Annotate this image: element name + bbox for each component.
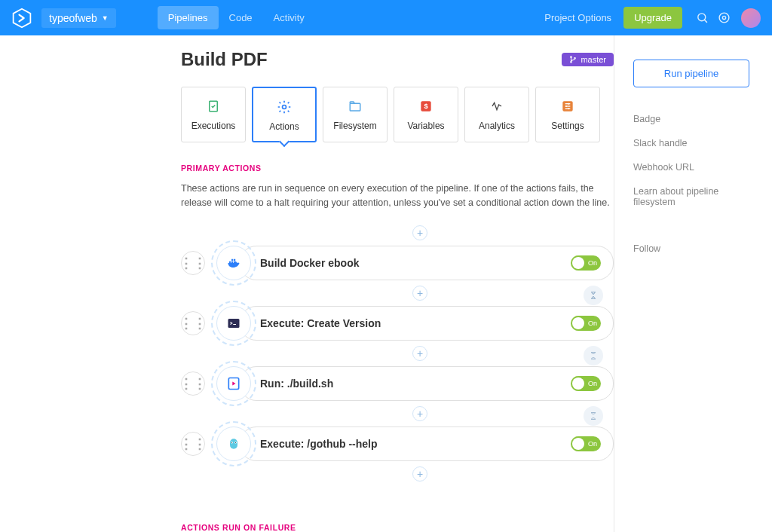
play-file-icon (216, 366, 251, 401)
tab-executions[interactable]: Executions (181, 87, 246, 142)
svg-point-5 (571, 57, 572, 58)
tab-actions[interactable]: Actions (252, 87, 317, 142)
dollar-icon: $ (402, 98, 450, 115)
primary-heading: PRIMARY ACTIONS (181, 164, 614, 173)
sidebar-link-filesystem[interactable]: Learn about pipeline filesystem (633, 186, 749, 207)
drag-handle[interactable]: ⋮⋮ (181, 432, 205, 456)
svg-rect-22 (230, 439, 237, 448)
action-row: ⋮⋮ Execute: /gothub --help On (181, 421, 614, 466)
tab-variables[interactable]: $ Variables (394, 87, 458, 142)
action-name: Execute: Create Version (260, 317, 381, 329)
svg-point-3 (719, 13, 729, 23)
branch-badge[interactable]: master (562, 53, 614, 66)
svg-text:$: $ (424, 102, 428, 110)
sidebar-link-slack[interactable]: Slack handle (633, 138, 749, 148)
pulse-icon (473, 98, 521, 115)
svg-point-1 (698, 14, 706, 21)
primary-desc: These actions are run in sequence on eve… (181, 182, 614, 210)
add-action-button[interactable]: + (412, 225, 427, 240)
sidebar-link-badge[interactable]: Badge (633, 114, 749, 124)
action-name: Run: ./build.sh (260, 378, 333, 390)
terminal-icon (216, 306, 251, 341)
drag-handle[interactable]: ⋮⋮ (181, 251, 205, 275)
pipeline-tabs: Executions Actions Filesystem $ Variable… (181, 87, 614, 142)
sidebar-link-follow[interactable]: Follow (633, 243, 749, 254)
action-item[interactable]: Execute: /gothub --help On (240, 427, 614, 461)
svg-point-19 (568, 108, 569, 109)
svg-point-9 (283, 105, 286, 109)
svg-point-6 (571, 62, 572, 63)
gear-icon (261, 99, 308, 115)
action-row: ⋮⋮ Build Docker ebook On (181, 240, 614, 286)
action-toggle[interactable]: On (571, 436, 601, 451)
right-sidebar: Run pipeline Badge Slack handle Webhook … (614, 35, 772, 532)
add-action-button[interactable]: + (412, 466, 427, 482)
action-toggle[interactable]: On (571, 316, 601, 331)
svg-point-26 (235, 442, 236, 442)
action-item[interactable]: Run: ./build.sh On (240, 366, 614, 401)
failure-heading: ACTIONS RUN ON FAILURE (181, 523, 614, 532)
action-item[interactable]: Build Docker ebook On (240, 246, 614, 280)
branch-name: master (581, 55, 606, 64)
drag-handle[interactable]: ⋮⋮ (181, 371, 205, 396)
sliders-icon (544, 98, 592, 115)
user-avatar[interactable] (741, 8, 761, 28)
upgrade-button[interactable]: Upgrade (623, 7, 682, 29)
page-title: Build PDF (181, 49, 268, 70)
tab-activity[interactable]: Activity (263, 6, 315, 29)
svg-point-7 (574, 58, 576, 60)
search-icon[interactable] (696, 11, 709, 24)
add-action-button[interactable]: + (412, 286, 427, 301)
svg-point-4 (722, 16, 725, 19)
drag-handle[interactable]: ⋮⋮ (181, 311, 205, 335)
tab-analytics[interactable]: Analytics (464, 87, 529, 142)
help-icon[interactable] (718, 11, 731, 24)
action-toggle[interactable]: On (571, 376, 601, 391)
svg-rect-20 (228, 319, 240, 328)
project-options-link[interactable]: Project Options (544, 12, 611, 23)
action-item[interactable]: Execute: Create Version On (240, 306, 614, 341)
nav-tabs: Pipelines Code Activity (158, 6, 315, 29)
chevron-down-icon: ▼ (102, 14, 109, 22)
svg-point-25 (231, 442, 232, 442)
action-row: ⋮⋮ Execute: Create Version On (181, 301, 614, 346)
gopher-icon (216, 427, 251, 461)
svg-rect-10 (350, 103, 360, 111)
svg-marker-0 (14, 8, 31, 27)
svg-line-2 (704, 20, 707, 23)
run-pipeline-button[interactable]: Run pipeline (633, 60, 749, 87)
svg-point-18 (565, 105, 567, 107)
action-name: Build Docker ebook (260, 257, 359, 269)
svg-point-17 (568, 103, 569, 105)
app-logo[interactable] (11, 8, 32, 29)
action-toggle[interactable]: On (571, 255, 601, 271)
action-name: Execute: /gothub --help (260, 438, 378, 450)
sidebar-link-webhook[interactable]: Webhook URL (633, 162, 749, 173)
tab-settings[interactable]: Settings (535, 87, 600, 142)
top-header: typeofweb ▼ Pipelines Code Activity Proj… (0, 0, 772, 35)
tab-filesystem[interactable]: Filesystem (323, 87, 388, 142)
action-row: ⋮⋮ Run: ./build.sh On (181, 361, 614, 406)
project-selector[interactable]: typeofweb ▼ (41, 8, 116, 28)
folder-icon (331, 98, 379, 115)
docker-icon (216, 246, 251, 280)
add-action-button[interactable]: + (412, 406, 427, 421)
branch-icon (569, 56, 577, 63)
check-doc-icon (189, 98, 237, 115)
project-name-text: typeofweb (49, 12, 97, 24)
tab-code[interactable]: Code (219, 6, 263, 29)
main-content: Build PDF master Executions Actions File… (181, 35, 614, 532)
tab-pipelines[interactable]: Pipelines (158, 6, 219, 29)
add-action-button[interactable]: + (412, 346, 427, 361)
